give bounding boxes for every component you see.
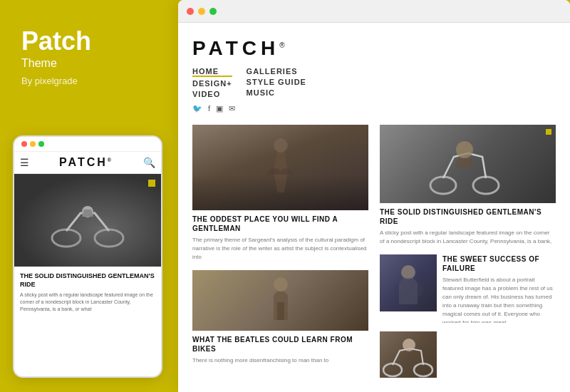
search-icon[interactable]: 🔍 — [143, 157, 155, 168]
mobile-post-title: THE SOLID DISTINGUISHED GENTLEMAN'S RIDE — [20, 272, 155, 289]
post-excerpt-beatles: There is nothing more disenfranchising t… — [192, 356, 368, 365]
nav-item-music[interactable]: MUSIC — [247, 88, 306, 97]
mobile-dot-green — [38, 141, 44, 147]
post-title-success: THE SWEET SUCCESS OF FAILURE — [442, 254, 556, 273]
site-header: PATCH® HOME DESIGN+ VIDEO GALLERIES STYL… — [192, 37, 556, 113]
post-text-success: THE SWEET SUCCESS OF FAILURE Stewart But… — [442, 254, 556, 322]
browser-mockup: PATCH® HOME DESIGN+ VIDEO GALLERIES STYL… — [178, 0, 570, 392]
mobile-dot-yellow — [30, 141, 36, 147]
hero-background — [14, 174, 161, 267]
svg-point-6 — [430, 177, 456, 194]
svg-point-7 — [473, 177, 499, 194]
theme-by: By pixelgrade — [21, 76, 157, 86]
svg-point-11 — [414, 363, 432, 376]
hamburger-icon[interactable]: ☰ — [20, 157, 29, 168]
post-image-gentleman — [192, 125, 368, 210]
post-image-success — [380, 254, 437, 311]
email-icon[interactable]: ✉ — [229, 104, 235, 113]
theme-title: Patch — [21, 29, 157, 54]
mobile-window-controls — [21, 141, 44, 147]
post-excerpt-gentleman-ride: A sticky post with a regular landscape f… — [380, 229, 556, 246]
svg-point-4 — [274, 277, 288, 292]
browser-content: PATCH® HOME DESIGN+ VIDEO GALLERIES STYL… — [178, 23, 570, 392]
site-nav: HOME DESIGN+ VIDEO GALLERIES STYLE GUIDE… — [192, 67, 556, 98]
post-excerpt-oddest: The primary theme of Sargeant's analysis… — [192, 236, 368, 262]
svg-point-0 — [52, 229, 81, 247]
post-card-oddest-place: THE ODDEST PLACE YOU WILL FIND A GENTLEM… — [192, 125, 368, 262]
post-image-moto — [380, 125, 556, 203]
nav-col-2: GALLERIES STYLE GUIDE MUSIC — [247, 67, 306, 98]
nav-col-1: HOME DESIGN+ VIDEO — [192, 67, 232, 98]
nav-item-style-guide[interactable]: STYLE GUIDE — [247, 78, 306, 86]
mobile-top-bar — [14, 137, 161, 152]
post-card-beatles: WHAT THE BEATLES COULD LEARN FROM BIKES … — [192, 270, 368, 365]
mobile-hero-image — [14, 174, 161, 267]
post-card-success: THE SWEET SUCCESS OF FAILURE Stewart But… — [380, 254, 556, 322]
post-excerpt-success: Stewart Butterfield is about a portrait … — [442, 276, 556, 322]
mobile-dot-red — [21, 141, 27, 147]
left-panel: Patch Theme By pixelgrade ☰ PATCH® 🔍 — [0, 0, 178, 392]
site-logo: PATCH® — [192, 37, 556, 60]
left-column: THE ODDEST PLACE YOU WILL FIND A GENTLEM… — [192, 125, 368, 378]
social-icons: 🐦 f ▣ ✉ — [192, 104, 556, 113]
nav-item-video[interactable]: VIDEO — [192, 90, 232, 98]
image-overlay-beatles — [192, 270, 368, 331]
facebook-icon[interactable]: f — [208, 104, 210, 113]
post-title-oddest: THE ODDEST PLACE YOU WILL FIND A GENTLEM… — [192, 215, 368, 233]
post-image-beatles — [192, 270, 368, 331]
mobile-site-logo: PATCH® — [59, 156, 113, 169]
svg-point-9 — [401, 265, 415, 279]
svg-point-3 — [274, 138, 288, 153]
svg-point-10 — [383, 363, 402, 376]
post-card-moto-bottom — [380, 331, 556, 378]
theme-subtitle: Theme — [21, 57, 157, 70]
browser-dot-yellow[interactable] — [198, 8, 205, 15]
nav-item-galleries[interactable]: GALLERIES — [247, 67, 306, 76]
svg-rect-5 — [277, 302, 284, 320]
browser-dot-red[interactable] — [187, 8, 194, 15]
browser-dot-green[interactable] — [209, 8, 217, 15]
twitter-icon[interactable]: 🐦 — [192, 104, 202, 113]
image-overlay-moto-bottom — [380, 331, 437, 378]
post-title-beatles: WHAT THE BEATLES COULD LEARN FROM BIKES — [192, 335, 368, 354]
right-column: THE SOLID DISTINGUISHED GENTLEMAN'S RIDE… — [380, 125, 556, 378]
yellow-badge — [148, 180, 155, 187]
image-overlay-moto — [380, 125, 556, 203]
post-card-gentleman-ride: THE SOLID DISTINGUISHED GENTLEMAN'S RIDE… — [380, 125, 556, 246]
post-image-moto-bottom — [380, 331, 437, 378]
mobile-nav-bar: ☰ PATCH® 🔍 — [14, 152, 161, 174]
rss-icon[interactable]: ▣ — [216, 104, 223, 113]
svg-point-1 — [95, 229, 123, 247]
post-title-gentleman-ride: THE SOLID DISTINGUISHED GENTLEMAN'S RIDE — [380, 207, 556, 226]
browser-title-bar — [178, 0, 570, 23]
nav-item-home[interactable]: HOME — [192, 67, 232, 77]
yellow-accent — [546, 129, 551, 135]
mobile-post-content: THE SOLID DISTINGUISHED GENTLEMAN'S RIDE… — [14, 267, 161, 319]
mobile-post-excerpt: A sticky post with a regular landscape f… — [20, 292, 155, 312]
image-overlay — [192, 125, 368, 210]
svg-point-8 — [456, 141, 473, 158]
image-overlay-success — [380, 254, 437, 311]
nav-item-design[interactable]: DESIGN+ — [192, 79, 232, 88]
posts-grid: THE ODDEST PLACE YOU WILL FIND A GENTLEM… — [192, 125, 556, 378]
mobile-mockup: ☰ PATCH® 🔍 THE SOLID DISTINGUISHED GENTL… — [13, 135, 162, 378]
site-content: PATCH® HOME DESIGN+ VIDEO GALLERIES STYL… — [178, 23, 570, 392]
svg-point-12 — [403, 339, 415, 351]
